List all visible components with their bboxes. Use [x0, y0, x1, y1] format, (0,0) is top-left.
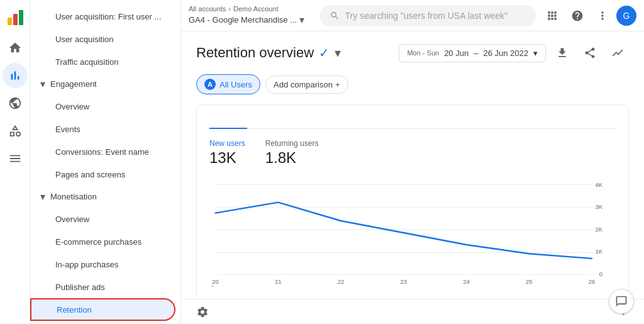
help-icon[interactable] [566, 4, 589, 27]
more-options-icon[interactable] [591, 4, 614, 27]
top-bar: All accounts › Demo Account GA4 - Google… [181, 0, 644, 31]
svg-text:22: 22 [338, 278, 345, 285]
sidebar-item-user-acq-first[interactable]: User acquisition: First user ... [30, 5, 180, 28]
main-content: Retention overview ✓ ▾ Mon - Sun 20 Jun … [181, 31, 644, 299]
configure-icon[interactable] [3, 146, 28, 171]
metrics-row: New users 13K Returning users 1.8K [209, 139, 616, 167]
sidebar-item-events[interactable]: Events [30, 118, 180, 140]
svg-text:24: 24 [463, 278, 470, 285]
share-icon[interactable] [579, 42, 601, 64]
sidebar-item-pages-screens[interactable]: Pages and screens [30, 163, 180, 186]
metric-returning-users: Returning users 1.8K [265, 139, 319, 167]
app-logo[interactable] [3, 5, 28, 30]
svg-rect-0 [8, 18, 12, 25]
settings-icon[interactable] [191, 301, 214, 323]
search-input[interactable] [345, 11, 526, 21]
top-bar-actions: G [541, 4, 636, 27]
sidebar-item-retention[interactable]: Retention [30, 298, 175, 321]
advertising-icon[interactable] [3, 118, 28, 143]
date-separator: – [474, 48, 478, 58]
main-area: All accounts › Demo Account GA4 - Google… [181, 0, 644, 324]
date-start: 20 Jun [444, 48, 469, 58]
breadcrumb: All accounts › Demo Account [189, 5, 304, 13]
returning-users-label: Returning users [265, 139, 319, 148]
page-title-dropdown-icon[interactable]: ▾ [335, 45, 341, 60]
svg-text:Jun: Jun [211, 284, 220, 286]
sidebar-section-monetisation[interactable]: ▾ Monetisation [30, 186, 180, 208]
svg-text:25: 25 [526, 278, 533, 285]
apps-icon[interactable] [541, 4, 564, 27]
chart-tabs [209, 118, 616, 129]
sidebar-item-traffic-acq[interactable]: Traffic acquisition [30, 50, 180, 73]
sidebar-item-publisher-ads[interactable]: Publisher ads [30, 276, 180, 298]
property-selector[interactable]: GA4 - Google Merchandise ... ▾ [189, 14, 304, 26]
new-users-value: 13K [209, 149, 245, 167]
new-users-label: New users [209, 139, 245, 148]
all-users-chip-icon: A [204, 79, 216, 90]
bottom-bar [181, 299, 644, 324]
page-header: Retention overview ✓ ▾ Mon - Sun 20 Jun … [196, 42, 629, 64]
sidebar-section-engagement[interactable]: ▾ Engagement [30, 73, 180, 95]
returning-users-value: 1.8K [265, 149, 319, 167]
sidebar-nav: User acquisition: First user ... User ac… [30, 0, 181, 324]
svg-text:2K: 2K [595, 226, 602, 233]
date-range-selector[interactable]: Mon - Sun 20 Jun – 26 Jun 2022 ▾ [399, 44, 546, 62]
retention-chart: 4K 3K 2K 1K 0 20 Jun 21 [209, 179, 616, 286]
all-users-filter-chip[interactable]: A All Users [196, 74, 260, 94]
svg-text:21: 21 [275, 278, 282, 285]
dropdown-arrow-icon: ▾ [299, 14, 304, 26]
svg-rect-2 [19, 10, 23, 25]
date-end: 26 Jun 2022 [483, 48, 528, 58]
page-title: Retention overview [196, 45, 314, 61]
sidebar-item-engagement-overview[interactable]: Overview [30, 95, 180, 118]
explore-icon[interactable] [3, 91, 28, 116]
filter-chip-label: All Users [219, 80, 252, 89]
sidebar-item-ecommerce[interactable]: E-commerce purchases [30, 230, 180, 253]
filter-bar: A All Users Add comparison + [196, 74, 629, 94]
reports-icon[interactable] [3, 63, 28, 88]
chart-wrapper: 4K 3K 2K 1K 0 20 Jun 21 [209, 179, 616, 288]
feedback-button[interactable] [609, 289, 634, 314]
chart-tab-main[interactable] [209, 118, 247, 129]
export-icon[interactable] [551, 42, 574, 64]
sidebar-item-user-acq[interactable]: User acquisition [30, 28, 180, 50]
svg-text:4K: 4K [595, 181, 602, 188]
home-icon[interactable] [3, 35, 28, 60]
sidebar-item-inapp[interactable]: In-app purchases [30, 253, 180, 276]
svg-text:26: 26 [589, 278, 596, 285]
svg-text:3K: 3K [595, 203, 602, 210]
svg-text:23: 23 [400, 278, 407, 285]
date-day-label: Mon - Sun [407, 49, 439, 57]
metric-new-users: New users 13K [209, 139, 245, 167]
chart-container: New users 13K Returning users 1.8K 4K 3K… [196, 104, 629, 299]
search-bar[interactable] [319, 5, 536, 26]
sidebar-item-monetisation-overview[interactable]: Overview [30, 208, 180, 230]
sidebar-item-conversions[interactable]: Conversions: Event name [30, 140, 180, 163]
date-dropdown-icon: ▾ [533, 48, 538, 58]
search-icon [330, 10, 340, 21]
add-comparison-button[interactable]: Add comparison + [265, 75, 348, 94]
page-title-area: Retention overview ✓ ▾ [196, 45, 341, 61]
svg-text:1K: 1K [595, 248, 602, 255]
add-comparison-plus-icon: + [335, 80, 340, 89]
chevron-down-icon: ▾ [40, 191, 45, 203]
add-comparison-label: Add comparison [274, 80, 333, 89]
page-actions: Mon - Sun 20 Jun – 26 Jun 2022 ▾ [399, 42, 629, 64]
insights-icon[interactable] [606, 42, 629, 64]
verified-icon: ✓ [319, 45, 330, 60]
icon-rail [0, 0, 30, 324]
svg-rect-1 [13, 14, 18, 25]
svg-text:0: 0 [599, 271, 602, 277]
user-avatar[interactable]: G [616, 6, 636, 26]
chevron-down-icon: ▾ [40, 78, 45, 90]
